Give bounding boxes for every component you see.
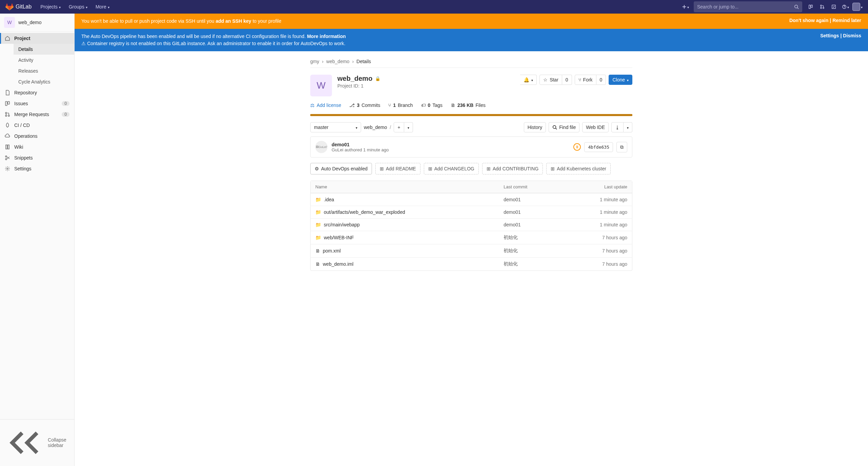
web-ide-button[interactable]: Web IDE	[582, 122, 609, 132]
commits-stat[interactable]: ⎇3Commits	[349, 102, 380, 108]
sidebar-sub-activity[interactable]: Activity	[14, 55, 74, 66]
download-dropdown[interactable]	[624, 122, 632, 132]
table-row[interactable]: 📁web/WEB-INF初始化7 hours ago	[311, 231, 632, 244]
file-commit[interactable]: 初始化	[499, 244, 562, 257]
help-dropdown[interactable]	[840, 1, 851, 13]
commit-sha[interactable]: 4bfde635	[584, 142, 613, 152]
user-menu[interactable]	[851, 1, 863, 13]
collapse-sidebar[interactable]: Collapse sidebar	[0, 419, 74, 466]
gitlab-logo[interactable]: GitLab	[5, 3, 32, 11]
ssh-remind-later[interactable]: Remind later	[832, 18, 861, 23]
add-file-button[interactable]: +	[394, 122, 404, 132]
add-license-link[interactable]: ⚖Add license	[310, 102, 341, 108]
sidebar-item-settings[interactable]: Settings	[0, 163, 74, 174]
gear-icon: ⚙	[315, 166, 319, 171]
add-contributing-button[interactable]: ⊞Add CONTRIBUTING	[482, 163, 543, 174]
sidebar-item-snippets[interactable]: Snippets	[0, 152, 74, 163]
star-button[interactable]: ☆Star	[539, 75, 562, 85]
todos-shortcut[interactable]	[828, 1, 840, 13]
devops-settings[interactable]: Settings	[820, 33, 839, 38]
global-search[interactable]	[694, 1, 802, 12]
find-file-button[interactable]: Find file	[549, 122, 579, 132]
pipeline-status-icon[interactable]: II	[573, 143, 581, 151]
sidebar-context[interactable]: W web_demo	[0, 14, 74, 32]
download-button[interactable]: ⭳	[611, 122, 624, 132]
file-commit[interactable]: 初始化	[499, 231, 562, 244]
svg-rect-1	[682, 6, 686, 7]
project-header: W web_demo🔒 Project ID: 1 🔔 ☆Star0 ⑂Fork…	[310, 68, 632, 101]
lock-icon: 🔒	[375, 76, 380, 81]
doc-icon	[5, 90, 10, 95]
file-commit[interactable]: demo01	[499, 193, 562, 206]
devops-more-info[interactable]: More information	[307, 34, 346, 39]
sidebar-item-wiki[interactable]: Wiki	[0, 142, 74, 152]
copy-sha-button[interactable]: ⧉	[616, 142, 627, 152]
svg-point-18	[7, 168, 8, 169]
file-name[interactable]: 📁.idea	[315, 197, 494, 202]
sidebar-item-merge-requests[interactable]: Merge Requests0	[0, 109, 74, 120]
tags-stat[interactable]: 🏷0Tags	[421, 102, 442, 108]
nav-more[interactable]: More	[92, 2, 113, 12]
add-kubernetes-button[interactable]: ⊞Add Kubernetes cluster	[546, 163, 611, 174]
sidebar-item-project[interactable]: Project	[0, 33, 74, 44]
help-icon	[842, 4, 847, 9]
crumb-project[interactable]: web_demo	[326, 59, 350, 64]
ssh-dont-show[interactable]: Don't show again	[789, 18, 828, 23]
sidebar-item-repository[interactable]: Repository	[0, 87, 74, 98]
file-update: 1 minute ago	[562, 206, 632, 218]
branches-stat[interactable]: ⑂1Branch	[388, 102, 413, 108]
star-icon: ☆	[543, 77, 548, 82]
auto-devops-chip[interactable]: ⚙Auto DevOps enabled	[310, 163, 372, 174]
chevron-down-icon	[847, 4, 849, 10]
crumb-group[interactable]: gmy	[310, 59, 319, 64]
sidebar-item-cicd[interactable]: CI / CD	[0, 120, 74, 131]
file-name[interactable]: 📁out/artifacts/web_demo_war_exploded	[315, 209, 494, 215]
file-name[interactable]: 🗎pom.xml	[315, 248, 494, 254]
project-id: Project ID: 1	[337, 83, 380, 89]
file-commit[interactable]: 初始化	[499, 257, 562, 271]
language-bar	[310, 114, 632, 116]
sidebar-sub-cycle[interactable]: Cycle Analytics	[14, 76, 74, 87]
table-row[interactable]: 📁.ideademo011 minute ago	[311, 193, 632, 206]
sidebar-sub-releases[interactable]: Releases	[14, 66, 74, 76]
notification-dropdown[interactable]: 🔔	[520, 75, 537, 85]
plus-dropdown[interactable]	[679, 1, 691, 13]
clone-button[interactable]: Clone	[609, 75, 632, 85]
search-input[interactable]	[697, 4, 794, 10]
file-commit[interactable]: demo01	[499, 218, 562, 231]
merge-requests-shortcut[interactable]	[816, 1, 828, 13]
add-file-dropdown[interactable]	[404, 122, 413, 132]
nav-projects[interactable]: Projects	[37, 2, 64, 12]
commit-title[interactable]: demo01	[332, 142, 389, 147]
table-row[interactable]: 🗎pom.xml初始化7 hours ago	[311, 244, 632, 257]
sidebar-item-operations[interactable]: Operations	[0, 131, 74, 142]
svg-point-19	[553, 126, 556, 129]
tree-toolbar: master web_demo / + History Find file We…	[310, 122, 632, 132]
svg-line-3	[797, 8, 799, 9]
tree-path[interactable]: web_demo	[364, 125, 387, 130]
add-readme-button[interactable]: ⊞Add README	[375, 163, 420, 174]
star-count[interactable]: 0	[562, 75, 572, 85]
devops-dismiss[interactable]: Dismiss	[843, 33, 861, 38]
sidebar-sub-details[interactable]: Details	[14, 44, 74, 55]
file-name[interactable]: 📁src/main/webapp	[315, 222, 494, 227]
todo-icon	[831, 4, 836, 9]
svg-point-6	[821, 5, 822, 6]
table-row[interactable]: 📁src/main/webappdemo011 minute ago	[311, 218, 632, 231]
files-stat[interactable]: 🗎236 KBFiles	[451, 102, 486, 108]
file-name[interactable]: 📁web/WEB-INF	[315, 235, 494, 240]
branch-select[interactable]: master	[310, 122, 361, 132]
file-commit[interactable]: demo01	[499, 206, 562, 218]
fork-button[interactable]: ⑂Fork	[575, 75, 596, 85]
table-row[interactable]: 🗎web_demo.iml初始化7 hours ago	[311, 257, 632, 271]
add-changelog-button[interactable]: ⊞Add CHANGELOG	[424, 163, 479, 174]
file-name[interactable]: 🗎web_demo.iml	[315, 261, 494, 267]
table-row[interactable]: 📁out/artifacts/web_demo_war_explodeddemo…	[311, 206, 632, 218]
nav-groups[interactable]: Groups	[65, 2, 91, 12]
download-icon: ⭳	[615, 125, 620, 130]
history-button[interactable]: History	[524, 122, 546, 132]
issues-shortcut[interactable]	[805, 1, 816, 13]
fork-count[interactable]: 0	[596, 75, 606, 85]
sidebar-item-issues[interactable]: Issues0	[0, 98, 74, 109]
add-ssh-key-link[interactable]: add an SSH key	[216, 18, 251, 24]
